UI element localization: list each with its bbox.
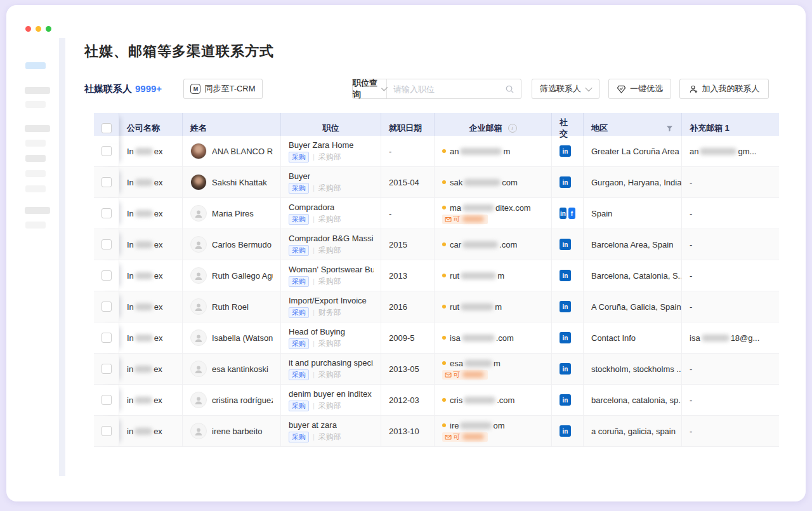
department-tag: 采购部 — [318, 152, 341, 163]
sidebar-active-item-placeholder[interactable] — [25, 62, 46, 69]
linkedin-icon[interactable]: in — [560, 145, 571, 157]
avatar — [190, 298, 207, 315]
position-title: buyer at zara — [289, 420, 337, 430]
region-cell: Contact Info — [584, 322, 682, 353]
contact-name: ANA BLANCO REY — [212, 147, 273, 156]
position-title: Head of Buying — [289, 327, 345, 336]
procurement-tag: 采购 — [289, 152, 309, 163]
app-window: 社媒、邮箱等多渠道联系方式 社媒联系人9999+ M 同步至T-CRM 职位查询 — [6, 5, 806, 501]
extra-email-cell: angm... — [682, 136, 779, 166]
redacted-text — [702, 335, 730, 342]
contact-name: Carlos Bermudo Cr... — [212, 240, 273, 249]
procurement-tag: 采购 — [289, 245, 309, 256]
redacted-text — [135, 210, 153, 217]
name-cell: Ruth Roel — [183, 291, 281, 322]
contact-name: Ruth Roel — [212, 302, 249, 312]
person-add-icon — [689, 84, 698, 94]
position-cell: buyer at zara 采购 | 采购部 — [281, 416, 381, 446]
row-checkbox[interactable] — [102, 426, 112, 436]
social-cell: in — [552, 291, 584, 322]
linkedin-icon[interactable]: in — [560, 239, 571, 250]
linkedin-icon[interactable]: in — [560, 332, 571, 343]
row-checkbox[interactable] — [102, 146, 112, 156]
search-icon[interactable] — [505, 84, 514, 94]
select-all-checkbox[interactable] — [102, 123, 112, 133]
page-title: 社媒、邮箱等多渠道联系方式 — [84, 42, 274, 61]
email-status-dot — [442, 305, 446, 309]
deliverable-tag: 可 — [442, 370, 488, 380]
start-date-cell: 2013-05 — [381, 354, 435, 384]
envelope-icon — [445, 371, 452, 378]
position-search-group: 职位查询 — [352, 79, 521, 99]
linkedin-icon[interactable]: in — [560, 363, 571, 375]
email-cell: rutm — [435, 291, 552, 322]
position-cell: Import/Export Invoice 采购 | 财务部 — [281, 291, 381, 322]
redacted-text — [462, 241, 498, 248]
company-cell: inex — [119, 385, 183, 415]
department-tag: 采购部 — [318, 276, 341, 287]
linkedin-icon[interactable]: in — [560, 270, 571, 281]
close-window-icon[interactable] — [25, 26, 31, 32]
company-cell: Inex — [119, 198, 183, 229]
facebook-icon[interactable]: f — [568, 208, 575, 219]
sidebar-skeleton-bar — [25, 125, 50, 132]
table-row: Inex Sakshi Khattak Buyer 采购 | 采购部 2015-… — [94, 167, 779, 198]
extra-email-cell: - — [682, 291, 779, 322]
social-cell: in — [552, 229, 584, 260]
row-checkbox[interactable] — [102, 333, 112, 343]
table-row: inex cristina rodríguez denim buyer en i… — [94, 385, 779, 416]
department-tag: 采购部 — [318, 245, 341, 256]
department-tag: 采购部 — [318, 183, 341, 194]
table-row: Inex Ruth Roel Import/Export Invoice 采购 … — [94, 291, 779, 322]
minimize-window-icon[interactable] — [36, 26, 41, 32]
row-checkbox[interactable] — [102, 208, 112, 218]
filter-contacts-button[interactable]: 筛选联系人 — [532, 79, 599, 99]
row-checkbox[interactable] — [102, 239, 112, 249]
table-row: Inex Maria Pires Compradora 采购 | 采购部 - m… — [94, 198, 779, 229]
sync-tcrm-button[interactable]: M 同步至T-CRM — [183, 79, 263, 99]
maximize-window-icon[interactable] — [46, 26, 51, 32]
company-cell: inex — [119, 416, 183, 446]
position-cell: Buyer Zara Home 采购 | 采购部 — [281, 136, 381, 166]
company-cell: Inex — [119, 167, 183, 197]
row-checkbox[interactable] — [102, 364, 112, 374]
redacted-text — [462, 335, 495, 342]
position-query-dropdown[interactable]: 职位查询 — [353, 79, 387, 98]
extra-email-cell: - — [682, 354, 779, 384]
row-checkbox[interactable] — [102, 270, 112, 281]
row-checkbox[interactable] — [102, 302, 112, 312]
start-date-cell: 2016 — [381, 291, 435, 322]
email-address: car.com — [442, 240, 517, 249]
row-checkbox[interactable] — [102, 395, 112, 405]
envelope-icon — [445, 434, 452, 441]
name-cell: Carlos Bermudo Cr... — [183, 229, 281, 260]
email-status-dot — [442, 336, 446, 340]
linkedin-icon[interactable]: in — [560, 208, 566, 219]
contact-name: esa kantinkoski — [212, 364, 268, 374]
email-status-dot — [442, 274, 446, 277]
redacted-text — [135, 303, 153, 310]
quick-select-button[interactable]: 一键优选 — [608, 79, 671, 99]
region-cell: stockholm, stockholms ... — [584, 354, 682, 384]
deliverable-tag: 可 — [442, 215, 488, 224]
region-cell: a coruña, galicia, spain — [584, 416, 682, 446]
linkedin-icon[interactable]: in — [560, 394, 571, 406]
filter-funnel-icon[interactable] — [665, 124, 674, 133]
linkedin-icon[interactable]: in — [560, 301, 571, 312]
name-cell: Sakshi Khattak — [183, 167, 281, 197]
linkedin-icon[interactable]: in — [560, 425, 571, 437]
name-cell: Isabella (Watson) L... — [183, 322, 281, 353]
email-status-dot — [442, 361, 446, 365]
email-address: ireom — [442, 421, 505, 430]
redacted-text — [461, 303, 494, 310]
info-icon[interactable]: i — [508, 124, 517, 133]
position-search-input[interactable] — [393, 84, 505, 94]
position-title: Buyer — [289, 171, 310, 181]
company-cell: Inex — [119, 229, 183, 260]
add-to-contacts-button[interactable]: 加入我的联系人 — [679, 79, 769, 99]
avatar — [190, 392, 207, 408]
linkedin-icon[interactable]: in — [560, 176, 571, 188]
contact-name: irene barbeito — [212, 427, 263, 436]
sidebar-skeleton-bar — [25, 101, 46, 108]
row-checkbox[interactable] — [102, 177, 112, 187]
